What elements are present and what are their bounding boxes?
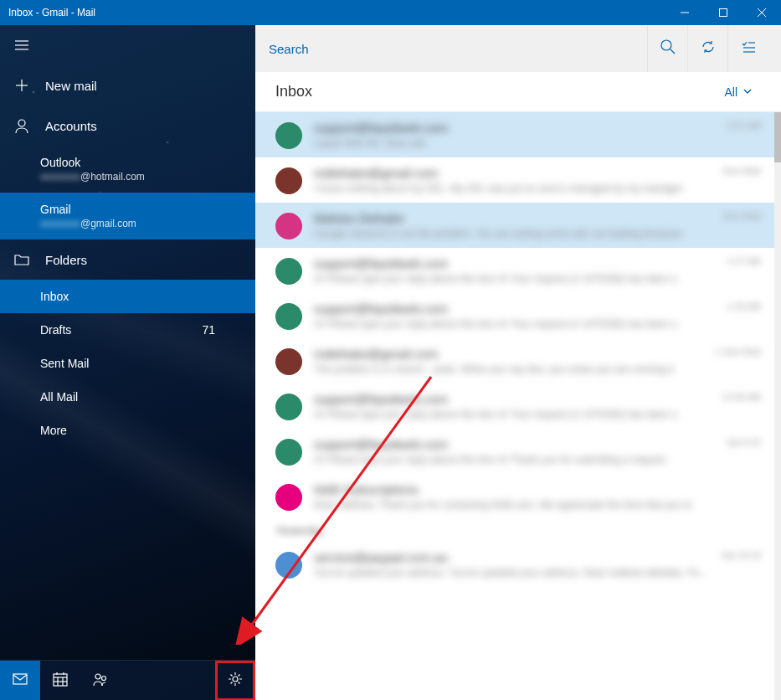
folder-label: Sent Mail [40, 357, 89, 370]
avatar [275, 122, 302, 149]
accounts-label: Accounts [45, 119, 97, 133]
message-item[interactable]: support@liquidweb.comLiquid Web Re: Slow… [255, 112, 774, 157]
maximize-button[interactable] [704, 0, 742, 25]
mail-app-button[interactable] [0, 661, 40, 701]
new-mail-label: New mail [45, 79, 97, 93]
avatar [275, 552, 302, 579]
account-email: xxxxxxxx@gmail.com [40, 218, 215, 229]
avatar [275, 394, 302, 420]
person-icon [13, 117, 33, 134]
message-item[interactable]: NAB SubscriptionsDear Mathew, Thank you … [255, 474, 774, 519]
search-icon [660, 39, 676, 59]
avatar [275, 258, 302, 285]
svg-point-9 [18, 120, 25, 126]
calendar-app-button[interactable] [40, 661, 80, 701]
avatar [275, 213, 302, 239]
inbox-title: Inbox [275, 83, 312, 100]
sync-button[interactable] [687, 25, 727, 72]
mail-icon [12, 671, 28, 691]
section-header: Yesterday [255, 519, 774, 542]
folder-icon [13, 251, 33, 268]
svg-point-18 [95, 674, 100, 679]
selection-mode-button[interactable] [727, 25, 768, 72]
scrollbar-thumb[interactable] [774, 112, 781, 162]
folders-label: Folders [45, 253, 87, 267]
search-button[interactable] [647, 25, 687, 72]
sidebar-app-bar [0, 660, 255, 700]
avatar [275, 303, 302, 330]
folder-item-inbox[interactable]: Inbox [0, 280, 255, 313]
gear-icon [227, 671, 244, 691]
folder-label: Inbox [40, 290, 69, 303]
account-email: xxxxxxxx@hotmail.com [40, 171, 215, 183]
svg-point-21 [661, 40, 671, 50]
folder-count: 71 [202, 323, 215, 337]
message-item[interactable]: service@paypal.com.auYou've updated your… [255, 542, 774, 587]
plus-icon [13, 77, 33, 94]
select-icon [740, 39, 757, 59]
searchbar [255, 25, 781, 72]
svg-point-20 [233, 677, 238, 682]
account-name: Gmail [40, 203, 215, 216]
chevron-down-icon [742, 85, 753, 99]
svg-rect-1 [720, 9, 727, 17]
avatar [275, 167, 302, 194]
hamburger-menu[interactable] [0, 25, 255, 65]
folder-item-all[interactable]: All Mail [0, 380, 255, 414]
refresh-icon [700, 39, 717, 59]
account-item-outlook[interactable]: Outlook xxxxxxxx@hotmail.com [0, 146, 255, 193]
account-name: Outlook [40, 156, 215, 169]
filter-button[interactable]: All [724, 85, 753, 99]
message-item[interactable]: mdiehake@gmail.comI know nothing about m… [255, 157, 774, 203]
inbox-header: Inbox All [255, 72, 781, 112]
folder-item-more[interactable]: More [0, 414, 255, 447]
message-item[interactable]: support@liquidweb.com## Please type your… [255, 383, 774, 429]
account-item-gmail[interactable]: Gmail xxxxxxxx@gmail.com [0, 193, 255, 239]
folder-item-drafts[interactable]: Drafts 71 [0, 313, 255, 347]
new-mail-button[interactable]: New mail [0, 65, 255, 106]
avatar [275, 348, 302, 375]
message-item[interactable]: support@liquidweb.com## Please type your… [255, 293, 774, 338]
settings-button[interactable] [215, 661, 255, 701]
menu-icon [13, 37, 33, 54]
accounts-header[interactable]: Accounts [0, 106, 255, 146]
svg-rect-11 [54, 674, 67, 686]
people-icon [92, 671, 109, 691]
folder-label: All Mail [40, 390, 78, 404]
avatar [275, 439, 302, 466]
calendar-icon [52, 671, 69, 691]
folder-item-sent[interactable]: Sent Mail [0, 347, 255, 380]
message-item[interactable]: Mahew DiehakeGoogle Adsense is not the p… [255, 203, 774, 248]
svg-point-19 [102, 676, 106, 680]
message-item[interactable]: mdiehake@gmail.comThe problem is in reas… [255, 338, 774, 383]
folder-label: Drafts [40, 323, 71, 337]
message-item[interactable]: support@liquidweb.com## Please type your… [255, 248, 774, 293]
filter-label: All [724, 85, 737, 99]
close-button[interactable] [742, 0, 781, 25]
folders-header[interactable]: Folders [0, 239, 255, 280]
scrollbar[interactable] [774, 112, 781, 700]
people-app-button[interactable] [80, 661, 121, 701]
message-item[interactable]: support@liquidweb.com## Please type your… [255, 429, 774, 474]
search-input[interactable] [269, 42, 647, 56]
sidebar: New mail Accounts Outlook xxxxxxxx@hotma… [0, 25, 255, 700]
main-content: Inbox All support@liquidweb.comLiquid We… [255, 25, 781, 700]
window-title: Inbox - Gmail - Mail [0, 7, 665, 18]
avatar [275, 484, 302, 511]
titlebar: Inbox - Gmail - Mail [0, 0, 781, 25]
folder-label: More [40, 424, 67, 437]
svg-rect-10 [13, 674, 27, 684]
message-list: support@liquidweb.comLiquid Web Re: Slow… [255, 112, 774, 700]
minimize-button[interactable] [665, 0, 704, 25]
svg-line-22 [671, 49, 675, 54]
